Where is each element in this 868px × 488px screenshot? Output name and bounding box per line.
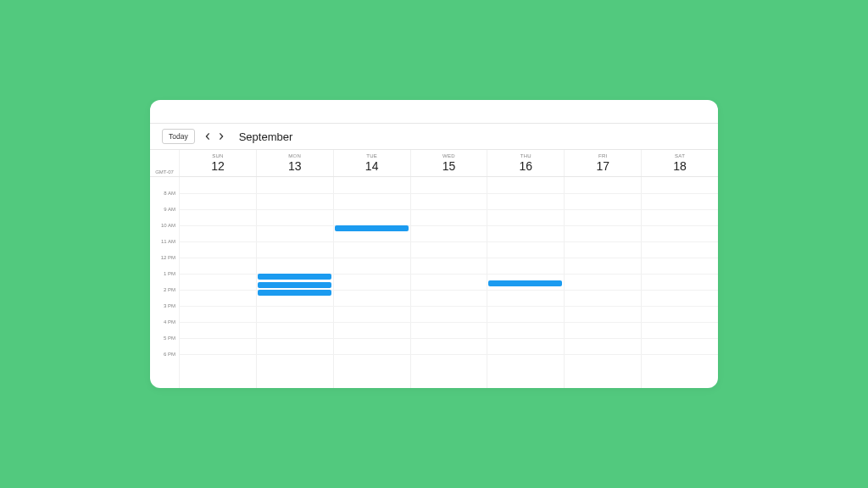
chevron-left-icon	[204, 133, 211, 140]
day-header[interactable]: FRI 17	[564, 150, 641, 176]
hour-label: 1 PM	[164, 271, 175, 276]
hour-label: 5 PM	[164, 336, 175, 341]
day-header[interactable]: SUN 12	[179, 150, 256, 176]
day-of-week: SAT	[642, 153, 718, 158]
day-number: 17	[565, 159, 641, 173]
hour-label: 6 PM	[164, 352, 175, 357]
hour-gridline	[179, 209, 718, 210]
hour-label: 11 AM	[161, 239, 175, 244]
day-header[interactable]: MON 13	[256, 150, 333, 176]
day-of-week: TUE	[334, 153, 410, 158]
hour-gridline	[179, 258, 718, 258]
calendar-event[interactable]	[488, 280, 562, 286]
hour-label: 10 AM	[161, 223, 175, 228]
day-number: 13	[257, 159, 333, 173]
day-of-week: SUN	[180, 153, 256, 158]
day-number: 18	[642, 159, 718, 173]
hour-gridline	[179, 193, 718, 194]
hour-gridline	[179, 225, 718, 226]
day-of-week: MON	[257, 153, 333, 158]
hour-label: 12 PM	[161, 255, 175, 260]
day-header[interactable]: WED 15	[410, 150, 487, 176]
hour-label: 9 AM	[164, 207, 175, 212]
day-header[interactable]: TUE 14	[333, 150, 410, 176]
hour-gridline	[179, 241, 718, 242]
hour-gridline	[179, 354, 718, 355]
time-grid[interactable]: 8 AM9 AM10 AM11 AM12 PM1 PM2 PM3 PM4 PM5…	[150, 177, 718, 388]
day-number: 12	[180, 159, 256, 173]
day-of-week: WED	[411, 153, 487, 158]
hour-label: 8 AM	[164, 191, 175, 196]
hour-label: 3 PM	[164, 303, 175, 308]
calendar-card: Today September GMT-07 SUN 12 MON 13 TUE…	[150, 100, 718, 388]
prev-button[interactable]	[202, 130, 214, 142]
hour-column: 8 AM9 AM10 AM11 AM12 PM1 PM2 PM3 PM4 PM5…	[150, 177, 179, 388]
day-of-week: THU	[487, 153, 564, 158]
hour-gridline	[179, 338, 718, 339]
hour-gridline	[179, 306, 718, 307]
day-number: 15	[411, 159, 487, 173]
hour-label: 2 PM	[164, 287, 175, 292]
month-label: September	[239, 130, 293, 143]
nav-buttons	[202, 130, 227, 142]
day-number: 14	[334, 159, 410, 173]
next-button[interactable]	[215, 130, 227, 142]
calendar-event[interactable]	[258, 282, 331, 288]
day-number: 16	[487, 159, 564, 173]
chevron-right-icon	[218, 133, 225, 140]
day-header[interactable]: THU 16	[487, 150, 564, 176]
day-header[interactable]: SAT 18	[641, 150, 718, 176]
hour-label: 4 PM	[164, 319, 175, 324]
toolbar: Today September	[150, 124, 718, 150]
top-strip	[150, 100, 718, 124]
day-header-row: GMT-07 SUN 12 MON 13 TUE 14 WED 15 THU 1…	[150, 150, 718, 177]
calendar-event[interactable]	[335, 225, 409, 231]
timezone-label: GMT-07	[150, 150, 179, 176]
today-button[interactable]: Today	[162, 129, 195, 144]
calendar-event[interactable]	[258, 290, 331, 296]
calendar-event[interactable]	[258, 274, 331, 280]
day-of-week: FRI	[565, 153, 641, 158]
hour-gridline	[179, 322, 718, 323]
